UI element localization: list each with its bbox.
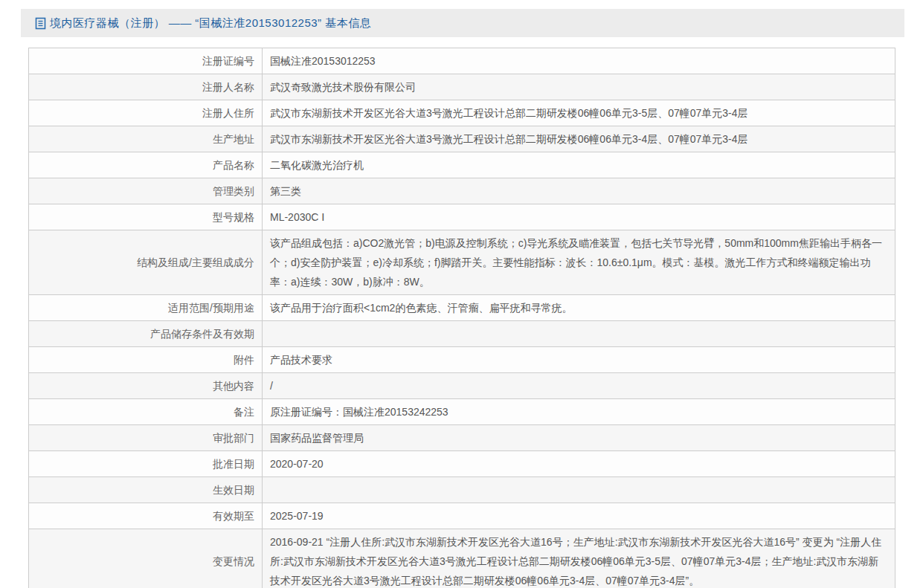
row-label-text: 批准日期 xyxy=(213,458,254,470)
row-label-text: 注册人名称 xyxy=(202,81,254,93)
row-label-text: 适用范围/预期用途 xyxy=(168,302,254,314)
row-value: 武汉市东湖新技术开发区光谷大道3号激光工程设计总部二期研发楼06幢06单元3-5… xyxy=(263,100,895,126)
row-value: 武汉市东湖新技术开发区光谷大道3号激光工程设计总部二期研发楼06幢06单元3-4… xyxy=(263,126,895,152)
row-label: 型号规格 xyxy=(29,204,263,230)
row-label: 有效期至 xyxy=(29,503,263,529)
row-value: 二氧化碳激光治疗机 xyxy=(263,152,895,178)
row-label: 管理类别 xyxy=(29,178,263,204)
table-row: 注册人名称武汉奇致激光技术股份有限公司 xyxy=(29,74,895,100)
table-row: 变更情况2016-09-21 “注册人住所:武汉市东湖新技术开发区光谷大道16号… xyxy=(29,529,895,588)
row-label-text: 备注 xyxy=(234,406,254,418)
row-label: 注册人住所 xyxy=(29,100,263,126)
row-label: 结构及组成/主要组成成分 xyxy=(29,230,263,295)
row-value: 2025-07-19 xyxy=(263,503,895,529)
row-label-text: 产品储存条件及有效期 xyxy=(150,328,254,340)
row-label: 备注 xyxy=(29,399,263,425)
row-label-text: 注册证编号 xyxy=(202,55,254,67)
table-row: 注册证编号国械注准20153012253 xyxy=(29,48,895,74)
row-label: 其他内容 xyxy=(29,373,263,399)
row-value xyxy=(263,477,895,503)
table-row: 结构及组成/主要组成成分该产品组成包括：a)CO2激光管；b)电源及控制系统；c… xyxy=(29,230,895,295)
row-label-text: 变更情况 xyxy=(213,555,254,567)
table-row: 审批部门国家药品监督管理局 xyxy=(29,425,895,451)
row-label-text: 生效日期 xyxy=(213,484,254,496)
table-row: 生产地址武汉市东湖新技术开发区光谷大道3号激光工程设计总部二期研发楼06幢06单… xyxy=(29,126,895,152)
row-value: 国家药品监督管理局 xyxy=(263,425,895,451)
row-value xyxy=(263,321,895,347)
row-value: 原注册证编号：国械注准20153242253 xyxy=(263,399,895,425)
table-row: 产品名称二氧化碳激光治疗机 xyxy=(29,152,895,178)
page-header: 境内医疗器械（注册） —— “国械注准20153012253” 基本信息 xyxy=(21,9,904,37)
table-row: 有效期至2025-07-19 xyxy=(29,503,895,529)
row-value: 2020-07-20 xyxy=(263,451,895,477)
row-value: / xyxy=(263,373,895,399)
info-table: 注册证编号国械注准20153012253注册人名称武汉奇致激光技术股份有限公司注… xyxy=(28,48,895,588)
row-value: 产品技术要求 xyxy=(263,347,895,373)
row-label: 批准日期 xyxy=(29,451,263,477)
row-label: 注册人名称 xyxy=(29,74,263,100)
row-value: 第三类 xyxy=(263,178,895,204)
table-row: 备注原注册证编号：国械注准20153242253 xyxy=(29,399,895,425)
table-row: 注册人住所武汉市东湖新技术开发区光谷大道3号激光工程设计总部二期研发楼06幢06… xyxy=(29,100,895,126)
row-label: 附件 xyxy=(29,347,263,373)
row-label: 生产地址 xyxy=(29,126,263,152)
row-label-text: 附件 xyxy=(234,354,254,366)
row-label-text: 型号规格 xyxy=(213,211,254,223)
row-value: 国械注准20153012253 xyxy=(263,48,895,74)
row-label-text: 审批部门 xyxy=(213,432,254,444)
table-row: 型号规格ML-2030C Ⅰ xyxy=(29,204,895,230)
row-value: ML-2030C Ⅰ xyxy=(263,204,895,230)
row-label-text: 产品名称 xyxy=(213,159,254,171)
row-value: 2016-09-21 “注册人住所:武汉市东湖新技术开发区光谷大道16号；生产地… xyxy=(263,529,895,588)
row-label: 变更情况 xyxy=(29,529,263,588)
table-row: 其他内容/ xyxy=(29,373,895,399)
row-value: 武汉奇致激光技术股份有限公司 xyxy=(263,74,895,100)
row-label: 审批部门 xyxy=(29,425,263,451)
row-label: 产品名称 xyxy=(29,152,263,178)
row-label: 适用范围/预期用途 xyxy=(29,295,263,321)
row-label-text: 有效期至 xyxy=(213,510,254,522)
row-label-text: 结构及组成/主要组成成分 xyxy=(137,256,254,268)
table-row: 管理类别第三类 xyxy=(29,178,895,204)
row-label-text: 注册人住所 xyxy=(202,107,254,119)
row-label-text: 其他内容 xyxy=(213,380,254,392)
table-row: 适用范围/预期用途该产品用于治疗面积<1cm2的色素痣、汗管瘤、扁平疣和寻常疣。 xyxy=(29,295,895,321)
row-value: 该产品用于治疗面积<1cm2的色素痣、汗管瘤、扁平疣和寻常疣。 xyxy=(263,295,895,321)
table-row: 附件产品技术要求 xyxy=(29,347,895,373)
row-label: 产品储存条件及有效期 xyxy=(29,321,263,347)
row-label-text: 管理类别 xyxy=(213,185,254,197)
info-table-body: 注册证编号国械注准20153012253注册人名称武汉奇致激光技术股份有限公司注… xyxy=(29,48,895,588)
row-label: 注册证编号 xyxy=(29,48,263,74)
page-title: 境内医疗器械（注册） —— “国械注准20153012253” 基本信息 xyxy=(50,16,371,30)
document-icon xyxy=(35,17,46,30)
page: 境内医疗器械（注册） —— “国械注准20153012253” 基本信息 注册证… xyxy=(0,0,923,588)
table-row: 生效日期 xyxy=(29,477,895,503)
row-value: 该产品组成包括：a)CO2激光管；b)电源及控制系统；c)导光系统及瞄准装置，包… xyxy=(263,230,895,295)
row-label-text: 生产地址 xyxy=(213,133,254,145)
table-row: 批准日期2020-07-20 xyxy=(29,451,895,477)
row-label: 生效日期 xyxy=(29,477,263,503)
table-row: 产品储存条件及有效期 xyxy=(29,321,895,347)
